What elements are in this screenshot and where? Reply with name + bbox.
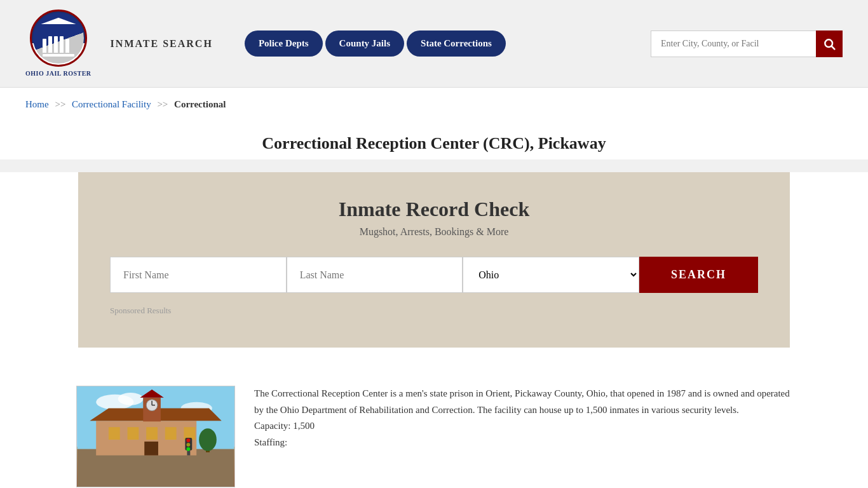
logo-area: Ohio Jail Roster xyxy=(25,10,92,78)
nav-county-jails[interactable]: County Jails xyxy=(325,30,404,57)
record-check-section: Inmate Record Check Mugshot, Arrests, Bo… xyxy=(78,172,790,348)
sponsored-label: Sponsored Results xyxy=(110,306,758,316)
breadcrumb-home[interactable]: Home xyxy=(25,99,49,109)
svg-rect-12 xyxy=(165,427,177,440)
facility-description: The Correctional Reception Center is a m… xyxy=(254,386,792,487)
breadcrumb-correctional-facility[interactable]: Correctional Facility xyxy=(72,99,151,109)
svg-rect-9 xyxy=(109,427,120,440)
site-header: Ohio Jail Roster INMATE SEARCH Police De… xyxy=(0,0,868,88)
logo-columns-group xyxy=(43,36,74,57)
inmate-search-label: INMATE SEARCH xyxy=(111,38,213,50)
state-select[interactable]: Ohio xyxy=(463,257,639,293)
column-2 xyxy=(48,36,52,53)
logo-columns xyxy=(43,36,74,53)
facility-image xyxy=(76,386,235,487)
logo-text: Ohio Jail Roster xyxy=(25,69,92,78)
first-name-input[interactable] xyxy=(110,257,287,293)
facility-staffing-label: Staffing: xyxy=(254,437,287,447)
svg-rect-11 xyxy=(146,427,158,440)
column-4 xyxy=(60,36,64,53)
svg-rect-13 xyxy=(184,427,195,440)
breadcrumb-current: Correctional xyxy=(174,99,226,109)
content-area: The Correctional Reception Center is a m… xyxy=(0,367,868,488)
logo-roof-icon xyxy=(41,18,76,24)
svg-point-4 xyxy=(118,393,144,405)
page-title-area: Correctional Reception Center (CRC), Pic… xyxy=(0,121,868,159)
breadcrumb: Home >> Correctional Facility >> Correct… xyxy=(0,88,868,121)
header-search-input[interactable] xyxy=(651,30,816,57)
main-nav: Police Depts County Jails State Correcti… xyxy=(245,30,506,57)
column-3 xyxy=(54,36,58,53)
search-icon xyxy=(823,37,836,50)
record-search-button[interactable]: SEARCH xyxy=(639,257,758,293)
facility-description-text: The Correctional Reception Center is a m… xyxy=(254,388,790,415)
svg-point-23 xyxy=(186,443,190,447)
nav-police-depts[interactable]: Police Depts xyxy=(245,30,323,57)
record-check-subtitle: Mugshot, Arrests, Bookings & More xyxy=(110,226,758,238)
header-search-button[interactable] xyxy=(816,30,843,57)
logo-inner xyxy=(33,13,84,64)
record-check-form: Ohio SEARCH xyxy=(110,257,758,293)
svg-point-24 xyxy=(186,447,190,451)
svg-point-22 xyxy=(186,438,190,442)
facility-capacity: Capacity: 1,500 xyxy=(254,421,315,431)
svg-rect-10 xyxy=(128,427,139,440)
header-search-area xyxy=(651,30,843,57)
breadcrumb-sep2: >> xyxy=(157,99,168,109)
svg-line-1 xyxy=(832,46,835,49)
nav-state-corrections[interactable]: State Corrections xyxy=(407,30,506,57)
facility-illustration xyxy=(77,386,234,487)
logo-base xyxy=(43,54,74,57)
record-check-title: Inmate Record Check xyxy=(110,198,758,221)
svg-rect-14 xyxy=(144,442,158,456)
page-title: Correctional Reception Center (CRC), Pic… xyxy=(25,134,843,153)
column-5 xyxy=(65,39,69,53)
column-1 xyxy=(43,39,46,53)
last-name-input[interactable] xyxy=(287,257,463,293)
svg-point-26 xyxy=(199,428,217,451)
logo-circle xyxy=(30,10,87,67)
breadcrumb-sep1: >> xyxy=(55,99,65,109)
